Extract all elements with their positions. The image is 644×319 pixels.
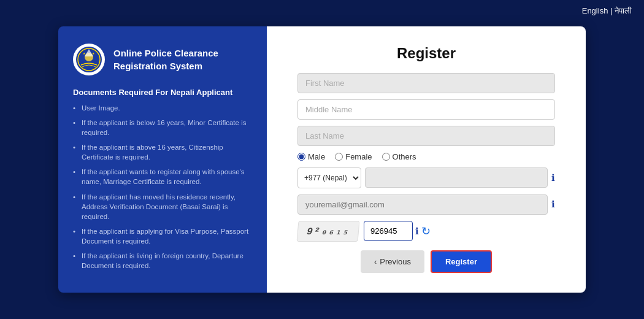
captcha-input-wrap: ℹ ↻ — [364, 221, 431, 241]
first-name-input[interactable] — [297, 73, 555, 93]
gender-male[interactable]: Male — [297, 152, 325, 161]
country-code-select[interactable]: +977 (Nepal) — [297, 167, 361, 188]
captcha-info-icon[interactable]: ℹ — [415, 226, 419, 237]
left-title: Online Police Clearance Registration Sys… — [113, 47, 218, 72]
first-name-group — [297, 73, 555, 93]
previous-label: Previous — [380, 257, 411, 266]
doc-item-1: User Image. — [73, 103, 252, 113]
left-panel: ★ ★ Online Police Clearance Registration… — [58, 26, 267, 293]
phone-row: +977 (Nepal) ℹ — [297, 167, 555, 188]
captcha-image: 9²₀₆₁₅ — [297, 221, 360, 242]
captcha-refresh-icon[interactable]: ↻ — [421, 225, 431, 238]
previous-button[interactable]: ‹ Previous — [361, 250, 424, 273]
left-header: ★ ★ Online Police Clearance Registration… — [73, 44, 252, 75]
doc-item-5: If the applicant has moved his residence… — [73, 192, 252, 221]
gender-others-label: Others — [393, 152, 416, 161]
email-info-icon[interactable]: ℹ — [551, 199, 555, 210]
docs-heading: Documents Required For Nepali Applicant — [73, 88, 252, 97]
right-panel: Register Male Female Others — [267, 26, 586, 293]
phone-input[interactable] — [365, 167, 548, 188]
logo: ★ ★ — [73, 44, 105, 75]
gender-male-label: Male — [308, 152, 325, 161]
captcha-row: 9²₀₆₁₅ ℹ ↻ — [297, 221, 555, 242]
doc-item-3: If the applicant is above 16 years, Citi… — [73, 142, 252, 162]
captcha-input[interactable] — [364, 221, 413, 241]
english-lang[interactable]: English — [582, 6, 608, 15]
gender-row: Male Female Others — [297, 152, 555, 161]
last-name-group — [297, 126, 555, 146]
language-bar: English | नेपाली — [582, 6, 632, 16]
gender-female-radio[interactable] — [335, 153, 343, 161]
doc-item-7: If the applicant is living in foreign co… — [73, 251, 252, 271]
nepali-lang[interactable]: नेपाली — [615, 6, 632, 15]
register-button[interactable]: Register — [431, 250, 492, 273]
gender-others-radio[interactable] — [382, 153, 390, 161]
phone-info-icon[interactable]: ℹ — [551, 172, 555, 183]
gender-others[interactable]: Others — [382, 152, 416, 161]
previous-chevron-icon: ‹ — [374, 257, 377, 266]
email-row: ℹ — [297, 194, 555, 215]
doc-item-4: If the applicant wants to register along… — [73, 167, 252, 186]
middle-name-input[interactable] — [297, 99, 555, 120]
logo-svg: ★ ★ — [75, 45, 103, 74]
register-label: Register — [445, 257, 477, 266]
gender-female[interactable]: Female — [335, 152, 372, 161]
gender-male-radio[interactable] — [297, 153, 305, 161]
main-card: ★ ★ Online Police Clearance Registration… — [58, 26, 586, 293]
lang-separator: | — [610, 6, 612, 15]
docs-list: User Image. If the applicant is below 16… — [73, 103, 252, 271]
middle-name-group — [297, 99, 555, 120]
last-name-input[interactable] — [297, 126, 555, 146]
doc-item-6: If the applicant is applying for Visa Pu… — [73, 226, 252, 246]
register-title: Register — [397, 45, 456, 62]
email-input[interactable] — [297, 194, 548, 215]
gender-female-label: Female — [345, 152, 372, 161]
doc-item-2: If the applicant is below 16 years, Mino… — [73, 118, 252, 137]
btn-row: ‹ Previous Register — [297, 250, 555, 273]
